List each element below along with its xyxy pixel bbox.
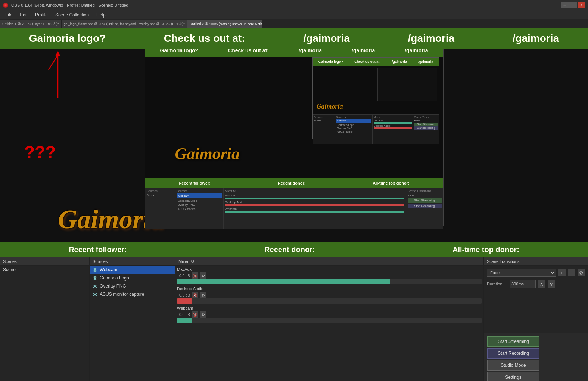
mic-aux-row: 0.0 dB 🔇 ⚙ [177,272,482,279]
bottom-control-area: Scenes Scene + − ∧ ∨ Sources Webcam Gaim… [0,257,588,381]
nested-obs-window: OBS 0.13.4 (64bit, windows) - Profile: U… [145,35,444,226]
minimize-button[interactable]: ─ [561,2,569,8]
social3: /gaimoria [513,32,559,44]
source-item-gaimoria-logo[interactable]: Gaimoria Logo [90,274,175,282]
preview-top-bar: Gaimoria logo? Check us out at: /gaimori… [0,28,588,49]
mixer-channel-webcam: Webcam 0.0 dB 🔇 ⚙ [177,306,482,323]
webcam-audio-settings-button[interactable]: ⚙ [200,311,206,318]
mic-aux-label: Mic/Aux [177,267,482,272]
mixer-settings-icon[interactable]: ⚙ [191,259,195,264]
social2: /gaimoria [408,32,454,44]
start-recording-button[interactable]: Start Recording [487,348,539,359]
desktop-audio-level [177,298,192,304]
duration-input[interactable] [510,280,536,288]
webcam-audio-slider[interactable] [177,318,482,323]
transitions-duration-row: Duration ∧ ∨ [487,280,585,288]
mixer-label: Mixer [178,259,189,264]
title-bar: OBS 0.13.4 (64bit, windows) - Profile: U… [0,0,588,10]
sources-panel-title: Sources [90,257,175,266]
webcam-audio-mute-button[interactable]: 🔇 [192,311,198,318]
desktop-audio-label: Desktop Audio [177,286,482,291]
transitions-remove-button[interactable]: − [568,269,575,276]
source-eye-webcam [93,268,97,272]
start-streaming-button[interactable]: Start Streaming [487,336,539,347]
svg-line-1 [49,55,58,70]
source-eye-gaimoria [93,276,97,280]
mixer-channel-desktop: Desktop Audio 0.0 dB 🔇 ⚙ [177,286,482,304]
menu-file[interactable]: File [2,12,15,18]
duration-up-button[interactable]: ∧ [538,280,545,288]
source-item-asus[interactable]: ASUS monitor capture [90,290,175,298]
tab-2[interactable]: overlay.psd @ 64.7% (RGB/8)* [136,20,187,28]
nested-bottom-bar: Recent follower: Recent donor: All-time … [145,178,443,188]
nested-donor: Recent donor: [278,181,306,185]
sources-panel: Sources Webcam Gaimoria Logo Overlay PNG… [90,257,175,381]
scenes-list: Scene [0,266,89,381]
menu-profile[interactable]: Profile [32,12,51,18]
window-controls[interactable]: ─ □ ✕ [561,2,585,8]
preview-area: Gaimoria logo? Check us out at: /gaimori… [0,28,588,257]
source-eye-asus [93,293,97,296]
deep-nested-green-bar: Gaimoria logo? Check us out at: /gaimori… [313,58,439,66]
tab-0[interactable]: Untitled 1 @ 75.5% (Layer 1, RGB/8)* [0,20,62,28]
close-button[interactable]: ✕ [578,2,585,8]
source-name-webcam: Webcam [100,267,117,272]
duration-label: Duration [487,282,507,286]
mixer-content: Mic/Aux 0.0 dB 🔇 ⚙ Desktop Audio 0.0 dB … [175,266,483,381]
transitions-content: Fade Cut + − ⚙ Duration ∧ ∨ [484,266,588,333]
source-eye-overlay [93,285,97,288]
webcam-audio-label: Webcam [177,306,482,310]
svg-marker-2 [55,51,60,56]
desktop-audio-settings-button[interactable]: ⚙ [200,292,206,298]
source-name-overlay: Overlay PNG [100,284,126,289]
mixer-channel-mic: Mic/Aux 0.0 dB 🔇 ⚙ [177,267,482,284]
studio-mode-button[interactable]: Studio Mode [487,360,539,371]
annotation-svg [0,49,75,199]
mic-aux-mute-button[interactable]: 🔇 [192,272,198,279]
nested-bottom-panels: Sources Scene Sources Webcam Gaimoria Lo… [145,188,443,229]
webcam-audio-level [177,318,192,323]
desktop-audio-mute-button[interactable]: 🔇 [192,292,198,298]
social1: /gaimoria [303,32,349,44]
check-text: Check us out at: [164,32,245,44]
scenes-panel: Scenes Scene + − ∧ ∨ [0,257,90,381]
source-name-asus: ASUS monitor capture [100,292,144,297]
right-buttons-area: Start Streaming Start Recording Studio M… [484,333,588,381]
mic-aux-slider[interactable] [177,279,482,284]
settings-button[interactable]: Settings [487,372,539,381]
nested-gaimoria-logo: Gaimoria [175,144,240,163]
webcam-audio-row: 0.0 dB 🔇 ⚙ [177,311,482,318]
nested-preview: Gaimoria logo? Check us out at: /gaimori… [145,44,443,178]
menu-scene-collection[interactable]: Scene Collection [52,12,92,18]
transitions-settings-button[interactable]: ⚙ [578,269,585,276]
nested-follower: Recent follower: [178,181,211,185]
maximize-button[interactable]: □ [569,2,577,8]
transitions-add-button[interactable]: + [558,269,566,276]
question-marks-annotation: ??? [24,143,56,161]
menu-help[interactable]: Help [93,12,109,18]
obs-icon [3,3,8,8]
recent-follower-label: Recent follower: [69,245,127,254]
mic-aux-db: 0.0 dB [177,274,190,278]
transitions-panel-title: Scene Transitions [484,257,588,266]
fade-select[interactable]: Fade Cut [487,269,556,277]
mixer-panel-title: Mixer ⚙ [175,257,483,266]
browser-tab-bar: Untitled 1 @ 75.5% (Layer 1, RGB/8)* gai… [0,19,588,28]
menu-edit[interactable]: Edit [17,12,31,18]
tab-3[interactable]: Untitled 2 @ 100% (Nothing shows up here… [187,20,262,28]
source-item-overlay-png[interactable]: Overlay PNG [90,282,175,290]
mic-aux-settings-button[interactable]: ⚙ [200,272,206,279]
scene-item-0[interactable]: Scene [0,266,89,274]
deep-nested-obs: Gaimoria logo? Check us out at: /gaimori… [312,57,439,139]
duration-down-button[interactable]: ∨ [548,280,555,288]
tab-1[interactable]: gai_logo_frame.psd @ 25% (untitled, far … [62,20,136,28]
mic-aux-level [177,279,390,284]
nested-top-donor: All-time top donor: [373,181,409,185]
recent-donor-label: Recent donor: [264,245,315,254]
desktop-audio-slider[interactable] [177,298,482,304]
sources-list: Webcam Gaimoria Logo Overlay PNG ASUS mo… [90,266,175,381]
webcam-audio-db: 0.0 dB [177,313,190,317]
transitions-fade-row: Fade Cut + − ⚙ [487,269,585,277]
source-name-gaimoria: Gaimoria Logo [100,275,129,281]
source-item-webcam[interactable]: Webcam [90,266,175,274]
